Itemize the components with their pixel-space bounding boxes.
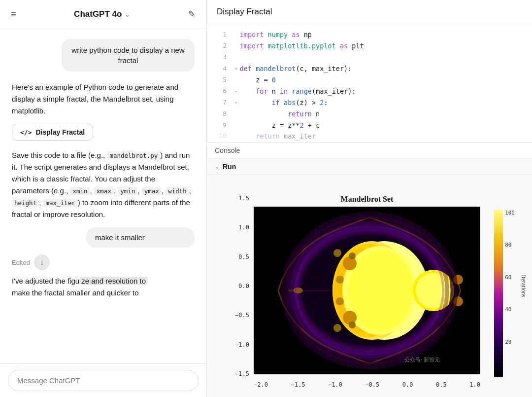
menu-icon: ≡: [11, 9, 16, 19]
svg-point-9: [349, 250, 413, 331]
code-line-2: 2 import matplotlib.pyplot as plt: [207, 40, 532, 52]
console-bar: Console: [207, 143, 532, 159]
svg-point-16: [333, 249, 341, 257]
param-ymin: ymin: [118, 187, 137, 195]
header-center: ChatGPT 4o ⌄: [74, 9, 130, 19]
run-chevron-icon: ⌄: [215, 163, 220, 170]
right-panel-title: Display Fractal: [217, 7, 272, 16]
svg-point-27: [336, 297, 344, 305]
mandelbrot-svg: [254, 207, 480, 374]
param-ymax: ymax: [142, 187, 162, 195]
assistant-preview: I've adjusted the figuze and resolution …: [12, 275, 195, 287]
assistant-text-2: Save this code to a file (e.g., mandelbr…: [12, 149, 195, 220]
fractal-output: 1.5 1.0 0.5 0.0 −0.5 −1.0 −1.5 Mandelbro…: [207, 175, 532, 397]
fractal-title: Mandelbrot Set: [254, 195, 480, 204]
colorbar-labels: 100 80 60 40 20: [505, 210, 515, 377]
svg-point-24: [349, 253, 356, 259]
edited-label: Edited: [12, 259, 30, 266]
svg-point-13: [343, 311, 357, 325]
param-width: width: [166, 187, 189, 195]
app-title: ChatGPT 4o: [74, 9, 122, 19]
right-panel: Display Fractal 1 import numpy as np 2 i…: [207, 0, 532, 397]
fractal-plot: Mandelbrot Set: [254, 195, 480, 377]
user-message-1: write python code to display a new fract…: [62, 39, 195, 72]
svg-point-17: [333, 324, 341, 332]
chevron-down-icon: ⌄: [125, 11, 130, 18]
svg-point-12: [343, 256, 357, 270]
edit-icon: ✎: [188, 9, 196, 19]
code-line-6: 6 ⌄ for n in range(max_iter):: [207, 86, 532, 97]
code-line-5: 5 z = 0: [207, 74, 532, 86]
edit-button[interactable]: ✎: [186, 7, 198, 22]
fractal-chart-wrapper: 1.5 1.0 0.5 0.0 −0.5 −1.0 −1.5 Mandelbro…: [254, 195, 480, 377]
x-axis-labels: −2.0 −1.5 −1.0 −0.5 0.0 0.5 1.0: [254, 381, 480, 388]
code-icon: </>: [20, 129, 32, 136]
code-line-3: 3: [207, 52, 532, 63]
filename-code: mandelbrot.py: [107, 151, 160, 160]
menu-button[interactable]: ≡: [9, 7, 18, 22]
message-input-container: [0, 363, 206, 397]
param-height: height: [12, 199, 39, 207]
console-label: Console: [215, 146, 240, 154]
message-input[interactable]: [8, 370, 199, 391]
right-header: Display Fractal: [207, 0, 532, 24]
chat-content: write python code to display a new fract…: [0, 29, 206, 363]
arrow-down-icon: ↓: [40, 258, 44, 267]
code-line-9: 9 z = z**2 + c: [207, 120, 532, 131]
display-fractal-button[interactable]: </> Display Fractal: [12, 124, 93, 141]
param-max-iter: max_iter: [43, 199, 78, 207]
param-xmin: xmin: [70, 187, 90, 195]
svg-point-26: [336, 276, 344, 284]
chat-header: ≡ ChatGPT 4o ⌄ ✎: [0, 0, 206, 29]
colorbar-title: Iterations: [520, 275, 527, 297]
colorbar-container: 100 80 60 40 20: [494, 210, 515, 377]
code-line-10: 10 return max_iter: [207, 131, 532, 142]
y-axis-labels: 1.5 1.0 0.5 0.0 −0.5 −1.0 −1.5: [235, 195, 249, 377]
assistant-preview-2: make the fractal smaller and quicker to: [12, 287, 195, 299]
code-panel: 1 import numpy as np 2 import matplotlib…: [207, 24, 532, 143]
code-line-4: 4 ⌄ def mandelbrot(c, max_iter):: [207, 63, 532, 74]
scroll-down-button[interactable]: ↓: [34, 254, 50, 270]
param-xmax: xmax: [94, 187, 114, 195]
code-line-8: 8 return n: [207, 108, 532, 120]
run-bar[interactable]: ⌄ Run: [207, 159, 532, 175]
code-button-label: Display Fractal: [35, 128, 85, 136]
code-line-7: 7 ⌄ if abs(z) > 2:: [207, 97, 532, 108]
left-panel: ≡ ChatGPT 4o ⌄ ✎ write python code to di…: [0, 0, 207, 397]
code-line-1: 1 import numpy as np: [207, 29, 532, 40]
colorbar: [494, 210, 503, 377]
svg-point-25: [349, 322, 356, 328]
run-label: Run: [223, 163, 236, 171]
assistant-text-1: Here's an example of Python code to gene…: [12, 81, 195, 117]
fractal-canvas: [254, 207, 480, 374]
user-message-2: make it smaller: [86, 227, 195, 248]
